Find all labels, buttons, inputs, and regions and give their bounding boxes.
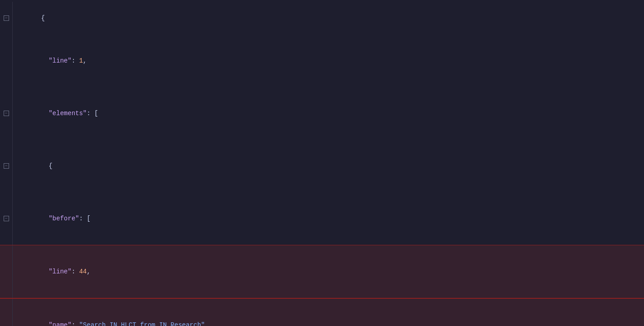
line-content-2: "line": 1,: [13, 34, 644, 87]
code-line-1: − {: [0, 2, 644, 34]
code-line-2: "line": 1,: [0, 34, 644, 87]
code-line-4: − {: [0, 140, 644, 192]
code-line-7: "name": "Search IN HLCT from IN Research…: [0, 298, 644, 326]
value-name: "Search IN HLCT from IN Research": [79, 321, 205, 326]
line-content-4: {: [13, 140, 644, 192]
brace-open-1: {: [41, 15, 44, 22]
fold-gutter-6: [0, 245, 13, 298]
value-44: 44: [79, 268, 87, 275]
brace-element: {: [49, 162, 52, 170]
code-line-3: − "elements": [: [0, 87, 644, 140]
line-content-6: "line": 44,: [13, 245, 644, 298]
fold-button-1[interactable]: −: [4, 15, 9, 21]
code-line-6: "line": 44,: [0, 245, 644, 298]
key-name: "name": [49, 321, 71, 326]
key-before: "before": [49, 215, 79, 222]
line-content-7: "name": "Search IN HLCT from IN Research…: [13, 299, 644, 326]
code-viewer: − { "line": 1, − "elements": [ −: [0, 0, 644, 326]
line-content-5: "before": [: [13, 192, 644, 245]
code-line-5: − "before": [: [0, 192, 644, 245]
key-line-inner: "line": [49, 268, 71, 275]
value-line: 1: [79, 57, 83, 64]
fold-gutter-5[interactable]: −: [0, 192, 13, 245]
line-content-1: {: [13, 2, 644, 34]
fold-gutter-4[interactable]: −: [0, 140, 13, 192]
fold-button-3[interactable]: −: [4, 111, 9, 116]
key-line: "line": [49, 57, 71, 64]
fold-gutter-2: [0, 34, 13, 87]
fold-button-5[interactable]: −: [4, 216, 9, 221]
fold-gutter-3[interactable]: −: [0, 87, 13, 140]
key-elements: "elements": [49, 110, 87, 117]
fold-gutter-7: [0, 299, 13, 326]
line-content-3: "elements": [: [13, 87, 644, 140]
fold-button-4[interactable]: −: [4, 163, 9, 169]
fold-gutter-1[interactable]: −: [0, 2, 13, 34]
